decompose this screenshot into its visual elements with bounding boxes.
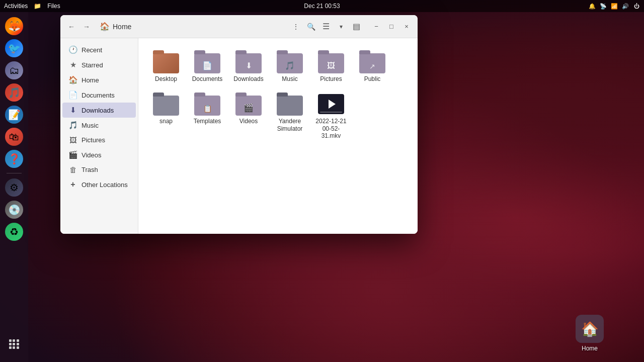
dock-item-obs[interactable]: ⚙ [4,177,24,198]
file-label-documents: Documents [192,75,223,82]
sidebar-item-documents[interactable]: 📄 Documents [62,87,136,103]
file-item-music[interactable]: 🎵 Music [270,46,309,86]
sidebar-label-home: Home [82,76,99,84]
grid-view-button[interactable]: ▤ [349,20,363,34]
window-titlebar: ← → 🏠 Home ⋮ 🔍 ☰ ▾ ▤ − □ × [60,15,418,38]
sidebar-label-videos: Videos [82,151,102,159]
sidebar-label-recent: Recent [82,46,102,54]
sidebar-item-home[interactable]: 🏠 Home [62,72,136,87]
trash-icon: 🗑 [68,165,77,174]
sidebar-item-trash[interactable]: 🗑 Trash [62,162,136,177]
sidebar-label-starred: Starred [82,61,103,69]
sidebar-item-music[interactable]: 🎵 Music [62,118,136,133]
dock-separator [7,173,22,173]
maximize-button[interactable]: □ [384,20,398,34]
file-label-public: Public [364,75,381,82]
file-label-snap: snap [159,118,173,125]
path-bar[interactable]: 🏠 Home [96,22,287,31]
network-icon[interactable]: 📡 [600,3,607,10]
dock-item-recycle[interactable]: ♻ [4,222,24,242]
dock-item-writer[interactable]: 📝 [4,105,24,125]
file-item-templates[interactable]: 📋 Templates [188,88,227,143]
sidebar-label-documents: Documents [82,92,115,99]
close-button[interactable]: × [399,20,414,34]
list-view-button[interactable]: ☰ [319,20,333,34]
notification-icon[interactable]: 🔔 [589,3,596,10]
file-manager-window: ← → 🏠 Home ⋮ 🔍 ☰ ▾ ▤ − □ × 🕐 Recent [60,15,418,234]
file-label-music: Music [282,75,297,82]
file-item-videos[interactable]: 🎬 Videos [229,88,268,143]
videos-icon: 🎬 [68,150,77,159]
topbar-app-name: Files [47,3,60,10]
file-item-video-mkv[interactable]: 2022-12-21 00-52-31.mkv [311,88,351,143]
dock-item-disk[interactable]: 💿 [4,200,24,220]
other-locations-icon: + [68,180,77,189]
file-label-video-mkv: 2022-12-21 00-52-31.mkv [313,118,349,139]
window-body: 🕐 Recent ★ Starred 🏠 Home 📄 Documents ⬇ … [60,38,418,234]
power-icon[interactable]: ⏻ [633,3,640,10]
desktop-home-icon-box: 🏠 [576,315,604,343]
pictures-icon: 🖼 [68,136,77,144]
sidebar-item-starred[interactable]: ★ Starred [62,57,136,72]
file-item-documents[interactable]: 📄 Documents [188,46,227,86]
file-label-yandere: Yandere Simulator [272,118,307,132]
downloads-icon: ⬇ [68,106,77,115]
minimize-button[interactable]: − [369,20,383,34]
file-item-snap[interactable]: snap [146,88,186,143]
show-apps-button[interactable] [4,334,24,354]
topbar: Activities 📁 Files Dec 21 00:53 🔔 📡 📶 🔊 … [0,0,644,12]
home-icon: 🏠 [68,75,77,84]
file-item-pictures[interactable]: 🖼 Pictures [311,46,351,86]
sidebar-item-pictures[interactable]: 🖼 Pictures [62,133,136,147]
desktop-home-label: Home [582,345,598,352]
dock-item-help[interactable]: ❓ [4,149,24,169]
sidebar-label-pictures: Pictures [82,136,105,144]
menu-button[interactable]: ⋮ [289,20,303,34]
path-home-icon: 🏠 [100,22,110,31]
volume-icon[interactable]: 🔊 [622,3,629,10]
file-item-public[interactable]: ↗ Public [353,46,392,86]
sidebar-label-downloads: Downloads [82,107,114,114]
recent-icon: 🕐 [68,45,77,54]
dock-item-software[interactable]: 🛍 [4,127,24,147]
window-controls: − □ × [369,20,414,34]
file-label-videos: Videos [239,118,258,125]
starred-icon: ★ [68,60,77,69]
sidebar-item-other[interactable]: + Other Locations [62,177,136,192]
file-item-yandere[interactable]: Yandere Simulator [270,88,309,143]
file-label-downloads: Downloads [233,75,263,82]
sidebar-item-downloads[interactable]: ⬇ Downloads [62,103,136,118]
wifi-icon[interactable]: 📶 [611,3,618,10]
documents-icon: 📄 [68,90,77,100]
view-dropdown-button[interactable]: ▾ [334,20,348,34]
sidebar-label-trash: Trash [82,166,98,173]
back-button[interactable]: ← [64,20,78,34]
topbar-datetime: Dec 21 00:53 [304,3,340,10]
dock-item-files[interactable]: 🗂 [4,60,24,80]
titlebar-actions: ⋮ 🔍 ☰ ▾ ▤ [289,20,363,34]
file-item-desktop[interactable]: Desktop [146,46,186,86]
file-grid: Desktop 📄 Documents [146,46,410,144]
music-icon: 🎵 [68,121,77,130]
sidebar-item-videos[interactable]: 🎬 Videos [62,147,136,162]
sidebar: 🕐 Recent ★ Starred 🏠 Home 📄 Documents ⬇ … [60,38,138,234]
dock-item-rhythmbox[interactable]: 🎵 [4,82,24,103]
sidebar-label-music: Music [82,122,99,129]
activities-button[interactable]: Activities [4,3,28,10]
topbar-file-icon: 📁 [34,3,41,10]
dock-item-thunderbird[interactable]: 🐦 [4,38,24,58]
file-item-downloads[interactable]: ⬇ Downloads [229,46,268,86]
path-text: Home [113,23,131,31]
application-dock: 🦊 🐦 🗂 🎵 📝 🛍 ❓ ⚙ [0,12,28,362]
forward-button[interactable]: → [79,20,94,34]
desktop-home-shortcut[interactable]: 🏠 Home [576,315,604,352]
search-button[interactable]: 🔍 [304,20,318,34]
file-label-desktop: Desktop [155,75,177,82]
sidebar-item-recent[interactable]: 🕐 Recent [62,42,136,57]
sidebar-label-other: Other Locations [82,181,128,189]
file-label-pictures: Pictures [320,75,342,82]
dock-item-firefox[interactable]: 🦊 [4,16,24,36]
file-grid-container: Desktop 📄 Documents [138,38,418,234]
file-label-templates: Templates [194,118,221,125]
navigation-buttons: ← → [64,20,94,34]
